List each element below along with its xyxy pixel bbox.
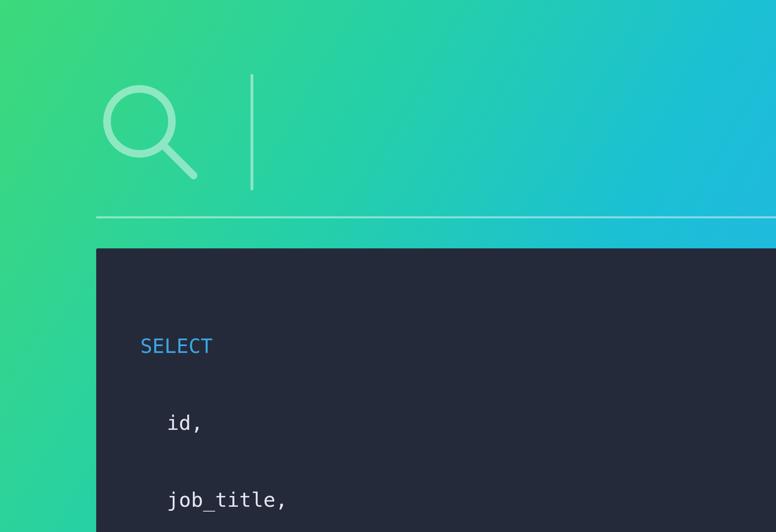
sql-code-panel: SELECT id, job_title, multiMatchAllIndic… xyxy=(96,248,776,532)
svg-line-1 xyxy=(164,146,194,175)
search-underline xyxy=(96,216,776,218)
comma: , xyxy=(191,411,203,435)
search-bar[interactable] xyxy=(96,68,776,196)
comma: , xyxy=(275,488,287,512)
select-keyword: SELECT xyxy=(140,335,213,358)
text-cursor xyxy=(251,74,253,190)
column-id: id xyxy=(167,411,191,435)
search-icon xyxy=(96,76,208,188)
column-job-title: job_title xyxy=(167,488,275,512)
